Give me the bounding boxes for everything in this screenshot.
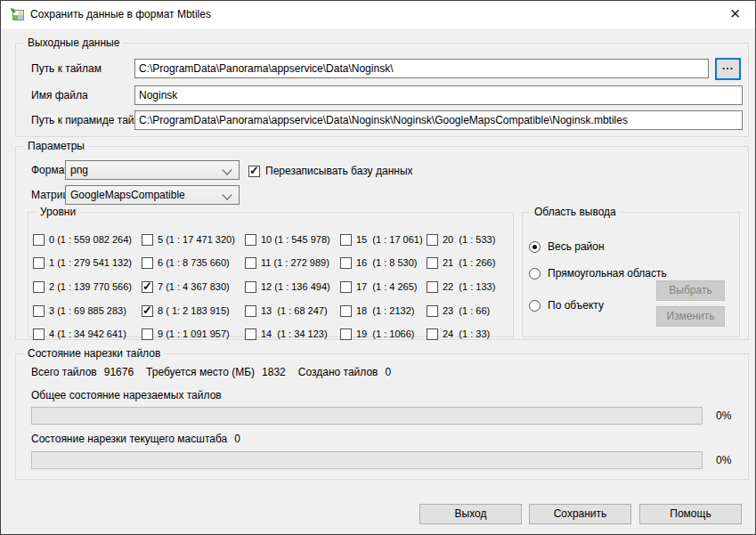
checkbox-icon	[33, 305, 45, 317]
current-progress-value: 0	[234, 433, 240, 445]
radio-whole-district[interactable]: Весь район	[529, 240, 605, 253]
select-button[interactable]: Выбрать	[656, 280, 725, 301]
checkbox-icon	[142, 257, 153, 269]
level-label: 2 (1 : 139 770 566)	[49, 281, 132, 293]
save-button[interactable]: Сохранить	[529, 504, 631, 524]
level-checkbox-14[interactable]: 14 (1 : 34 123)	[245, 328, 328, 340]
level-checkbox-22[interactable]: 22 (1 : 133)	[427, 280, 495, 293]
level-label: 24 (1 : 33)	[443, 328, 490, 340]
checkbox-icon	[427, 305, 438, 317]
space-required-value: 1832	[262, 366, 286, 378]
level-checkbox-13[interactable]: 13 (1 : 68 247)	[245, 304, 328, 317]
level-checkbox-5[interactable]: 5 (1 : 17 471 320)	[142, 233, 235, 246]
level-checkbox-15[interactable]: 15 (1 : 17 061)	[340, 233, 423, 246]
level-label: 14 (1 : 34 123)	[261, 328, 328, 340]
save-mbtiles-dialog: Сохранить данные в формат Mbtiles × Выхо…	[0, 0, 756, 535]
format-label: Формат	[31, 165, 69, 176]
current-progress-label: Состояние нарезки текущего масштаба	[31, 433, 227, 445]
level-checkbox-3[interactable]: 3 (1 : 69 885 283)	[33, 304, 126, 317]
created-tiles-label: Создано тайлов	[298, 366, 378, 378]
checkbox-icon	[33, 257, 45, 269]
level-checkbox-7[interactable]: 7 (1 : 4 367 830)	[142, 280, 230, 293]
tiles-path-input[interactable]	[134, 59, 709, 78]
level-checkbox-18[interactable]: 18 (1 : 2132)	[340, 304, 414, 317]
checkbox-icon	[427, 328, 438, 340]
title-bar: Сохранить данные в формат Mbtiles ×	[1, 1, 755, 28]
checkbox-icon	[33, 281, 45, 293]
format-combobox[interactable]: png	[65, 160, 240, 180]
checkbox-icon	[245, 281, 256, 293]
output-area-group-label: Область вывода	[531, 206, 620, 219]
checkbox-icon	[427, 257, 438, 269]
matrix-combobox[interactable]: GoogleMapsCompatible	[65, 185, 240, 205]
checkbox-icon	[340, 257, 352, 269]
output-area-group: Область вывода Весь район Прямоугольная …	[522, 212, 740, 337]
level-label: 23 (1 : 66)	[443, 305, 490, 317]
level-label: 20 (1 : 533)	[443, 234, 495, 246]
change-button[interactable]: Изменить	[656, 306, 725, 327]
format-value: png	[70, 165, 88, 176]
level-label: 15 (1 : 17 061)	[356, 234, 423, 246]
level-label: 19 (1 : 1066)	[356, 328, 414, 340]
level-checkbox-2[interactable]: 2 (1 : 139 770 566)	[33, 280, 132, 293]
level-checkbox-12[interactable]: 12 (1 : 136 494)	[245, 280, 330, 293]
level-label: 17 (1 : 4 265)	[356, 281, 418, 293]
level-label: 12 (1 : 136 494)	[261, 281, 330, 293]
overwrite-label: Перезаписывать базу данных	[265, 165, 413, 177]
checkbox-icon	[142, 305, 153, 317]
current-progress-bar	[31, 451, 703, 469]
tile-status-group-label: Состояние нарезки тайлов	[24, 347, 164, 361]
checkbox-icon	[245, 234, 256, 246]
checkbox-icon	[340, 328, 352, 340]
map-tiles-icon	[10, 7, 25, 22]
level-label: 7 (1 : 4 367 830)	[158, 281, 230, 293]
chevron-down-icon	[222, 165, 232, 174]
browse-button[interactable]: ...	[715, 58, 741, 80]
level-checkbox-20[interactable]: 20 (1 : 533)	[427, 233, 495, 246]
level-label: 8 ( 1: 2 183 915)	[158, 305, 230, 317]
radio-label: По объекту	[548, 299, 604, 312]
level-label: 5 (1 : 17 471 320)	[158, 234, 235, 246]
current-progress-percent: 0%	[716, 455, 731, 466]
help-button[interactable]: Помощь	[639, 504, 742, 524]
level-checkbox-1[interactable]: 1 (1 : 279 541 132)	[33, 256, 132, 269]
checkbox-icon	[142, 281, 153, 293]
overwrite-checkbox[interactable]: Перезаписывать базу данных	[248, 165, 413, 177]
output-data-group-label: Выходные данные	[24, 36, 123, 50]
level-checkbox-8[interactable]: 8 ( 1: 2 183 915)	[142, 304, 230, 317]
level-checkbox-21[interactable]: 21 (1 : 266)	[427, 256, 495, 269]
level-label: 11 (1 : 272 989)	[261, 257, 329, 269]
level-checkbox-17[interactable]: 17 (1 : 4 265)	[340, 280, 418, 293]
level-checkbox-19[interactable]: 19 (1 : 1066)	[340, 328, 414, 340]
level-checkbox-0[interactable]: 0 (1 : 559 082 264)	[33, 233, 132, 246]
created-tiles-value: 0	[385, 366, 391, 378]
level-checkbox-6[interactable]: 6 (1 : 8 735 660)	[142, 256, 230, 269]
tiles-path-label: Путь к тайлам	[31, 63, 102, 75]
matrix-value: GoogleMapsCompatible	[70, 190, 185, 201]
pyramid-path-input[interactable]	[134, 110, 743, 130]
level-checkbox-24[interactable]: 24 (1 : 33)	[427, 328, 490, 340]
radio-rectangular-area[interactable]: Прямоугольная область	[529, 267, 667, 280]
level-label: 1 (1 : 279 541 132)	[49, 257, 132, 269]
level-checkbox-9[interactable]: 9 (1 : 1 091 957)	[142, 328, 230, 340]
exit-button[interactable]: Выход	[419, 504, 522, 524]
radio-by-object[interactable]: По объекту	[529, 299, 604, 312]
checkbox-icon	[142, 328, 153, 340]
space-required-label: Требуется место (МБ)	[146, 366, 255, 378]
total-tiles-value: 91676	[104, 366, 134, 378]
file-name-input[interactable]	[134, 85, 743, 105]
level-checkbox-4[interactable]: 4 (1 : 34 942 641)	[33, 328, 126, 340]
level-checkbox-10[interactable]: 10 (1 : 545 978)	[245, 233, 330, 246]
window-title: Сохранить данные в формат Mbtiles	[30, 1, 211, 28]
level-label: 18 (1 : 2132)	[356, 305, 414, 317]
checkbox-icon	[340, 305, 352, 317]
level-label: 0 (1 : 559 082 264)	[49, 234, 132, 246]
level-checkbox-11[interactable]: 11 (1 : 272 989)	[245, 256, 329, 269]
levels-group-label: Уровни	[37, 206, 79, 219]
checkbox-icon	[340, 234, 352, 246]
overall-progress-percent: 0%	[716, 410, 731, 422]
level-checkbox-23[interactable]: 23 (1 : 66)	[427, 304, 490, 317]
level-checkbox-16[interactable]: 16 (1 : 8 530)	[340, 256, 418, 269]
checkbox-icon	[33, 328, 45, 340]
close-button[interactable]: ×	[715, 1, 755, 28]
